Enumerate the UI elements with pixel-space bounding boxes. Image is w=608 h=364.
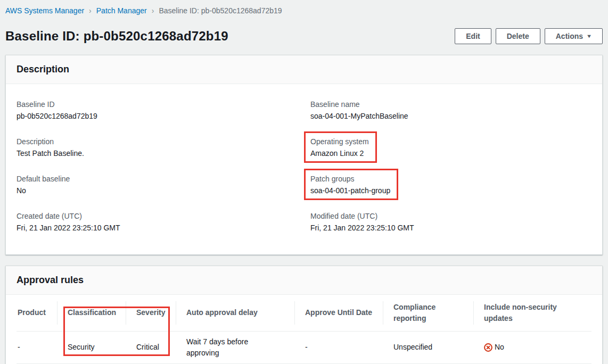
approval-rules-card-header: Approval rules [6, 266, 602, 295]
header-actions: Edit Delete Actions▼ [455, 28, 603, 44]
edit-button[interactable]: Edit [455, 28, 491, 44]
cell-severity: Critical [126, 331, 176, 363]
table-header-row: Product Classification Severity Auto app… [17, 295, 591, 331]
description-card-header: Description [6, 55, 602, 84]
breadcrumb: AWS Systems Manager›Patch Manager›Baseli… [5, 0, 603, 16]
field-label: Default baseline [17, 173, 310, 184]
field-label: Operating system [310, 136, 369, 147]
field-baseline-id: Baseline ID pb-0b520c1268ad72b19 [17, 99, 310, 121]
cell-include-nonsecurity-updates: No [473, 331, 591, 363]
column-header-severity: Severity [126, 295, 176, 331]
field-value: soa-04-001-patch-group [310, 185, 390, 196]
annotation-box-patch-groups: Patch groups soa-04-001-patch-group [304, 169, 398, 200]
cell-product: - [17, 331, 57, 363]
field-created-date: Created date (UTC) Fri, 21 Jan 2022 23:2… [17, 211, 310, 233]
description-card-title: Description [17, 63, 591, 76]
page-title: Baseline ID: pb-0b520c1268ad72b19 [5, 29, 228, 44]
field-value: pb-0b520c1268ad72b19 [17, 111, 310, 121]
field-baseline-name: Baseline name soa-04-001-MyPatchBaseline [310, 99, 591, 121]
field-operating-system: Operating system Amazon Linux 2 [310, 136, 591, 159]
field-description: Description Test Patch Baseline. [17, 136, 310, 159]
breadcrumb-link-systems-manager[interactable]: AWS Systems Manager [5, 6, 84, 15]
cell-compliance-reporting: Unspecified [383, 331, 473, 363]
column-header-product: Product [17, 295, 57, 331]
field-value: Fri, 21 Jan 2022 23:25:10 GMT [310, 222, 591, 233]
column-header-compliance-reporting: Compliance reporting [383, 295, 473, 331]
field-value: soa-04-001-MyPatchBaseline [310, 111, 591, 121]
page: AWS Systems Manager›Patch Manager›Baseli… [0, 0, 608, 364]
table-row: - Security Critical Wait 7 days before a… [17, 331, 591, 363]
field-value: Fri, 21 Jan 2022 23:25:10 GMT [17, 222, 310, 233]
actions-button-label: Actions [556, 31, 583, 42]
cell-approve-until-date: - [294, 331, 383, 363]
cell-auto-approval-delay: Wait 7 days before approving [176, 331, 294, 363]
field-modified-date: Modified date (UTC) Fri, 21 Jan 2022 23:… [310, 211, 591, 233]
column-header-approve-until-date: Approve Until Date [294, 295, 383, 331]
field-label: Patch groups [310, 173, 390, 184]
field-value: Amazon Linux 2 [310, 148, 369, 159]
approval-rules-table: Product Classification Severity Auto app… [17, 295, 591, 364]
description-card: Description Baseline ID pb-0b520c1268ad7… [5, 55, 603, 255]
field-patch-groups: Patch groups soa-04-001-patch-group [310, 173, 591, 196]
field-value: Test Patch Baseline. [17, 148, 310, 159]
status-text: No [495, 342, 504, 353]
page-header: Baseline ID: pb-0b520c1268ad72b19 Edit D… [5, 28, 603, 44]
column-header-auto-approval-delay: Auto approval delay [176, 295, 294, 331]
field-value: No [17, 185, 310, 196]
approval-rules-card-title: Approval rules [17, 274, 591, 286]
breadcrumb-separator-icon: › [152, 6, 154, 15]
column-header-classification: Classification [57, 295, 126, 331]
field-label: Created date (UTC) [17, 211, 310, 221]
field-label: Description [17, 136, 310, 147]
field-label: Modified date (UTC) [310, 211, 591, 221]
field-label: Baseline name [310, 99, 591, 110]
status-negative-icon [484, 343, 492, 352]
caret-down-icon: ▼ [586, 34, 592, 39]
approval-rules-card: Approval rules Product Classification Se… [5, 266, 603, 364]
cell-classification: Security [57, 331, 126, 363]
delete-button[interactable]: Delete [496, 28, 540, 44]
breadcrumb-link-patch-manager[interactable]: Patch Manager [96, 6, 147, 15]
annotation-box-operating-system: Operating system Amazon Linux 2 [304, 131, 377, 163]
breadcrumb-separator-icon: › [89, 6, 92, 15]
field-default-baseline: Default baseline No [17, 173, 310, 196]
field-label: Baseline ID [17, 99, 310, 110]
description-fields: Baseline ID pb-0b520c1268ad72b19 Baselin… [6, 84, 602, 254]
actions-menu-button[interactable]: Actions▼ [545, 28, 603, 44]
column-header-include-nonsecurity-updates: Include non-security updates [473, 295, 591, 331]
breadcrumb-current-page: Baseline ID: pb-0b520c1268ad72b19 [159, 6, 282, 15]
